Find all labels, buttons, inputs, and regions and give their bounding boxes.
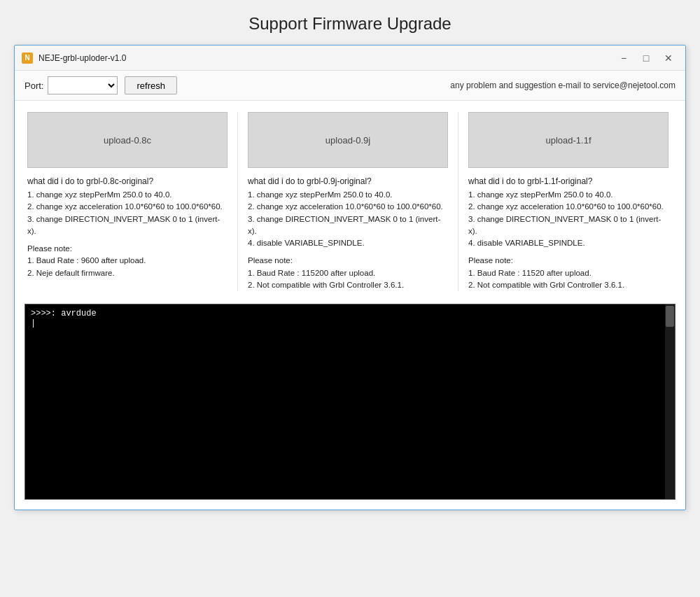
scrollbar-track[interactable]	[665, 304, 675, 499]
app-icon: N	[22, 52, 33, 64]
firmware-change-fw2-0: 1. change xyz stepPerMm 250.0 to 40.0.	[248, 189, 448, 201]
console-text: >>>>: avrdude |	[31, 309, 97, 328]
titlebar: N NEJE-grbl-uploder-v1.0 − □ ✕	[15, 45, 685, 71]
toolbar: Port: refresh any problem and suggestion…	[15, 71, 685, 101]
refresh-button[interactable]: refresh	[125, 76, 176, 94]
col-divider-1	[458, 112, 458, 291]
firmware-preview-label-fw1: upload-0.8c	[104, 135, 151, 146]
firmware-change-fw1-2: 3. change DIRECTION_INVERT_MASK 0 to 1 (…	[27, 213, 227, 238]
maximize-button[interactable]: □	[636, 51, 656, 65]
contact-info: any problem and suggestion e-mail to ser…	[450, 80, 676, 90]
firmware-col-fw1: upload-0.8cwhat did i do to grbl-0.8c-or…	[24, 112, 234, 291]
firmware-change-fw1-1: 2. change xyz acceleration 10.0*60*60 to…	[27, 201, 227, 213]
firmware-change-fw3-3: 4. disable VARIABLE_SPINDLE.	[468, 237, 668, 249]
firmware-note-title-fw3: Please note:	[468, 255, 668, 267]
firmware-notes-fw3: Please note:1. Baud Rate : 11520 after u…	[468, 255, 668, 291]
firmware-change-fw2-3: 4. disable VARIABLE_SPINDLE.	[248, 237, 448, 249]
firmware-preview-label-fw2: upload-0.9j	[326, 135, 370, 146]
firmware-note-fw3-0: 1. Baud Rate : 11520 after upload.	[468, 267, 668, 279]
firmware-notes-fw1: Please note:1. Baud Rate : 9600 after up…	[27, 243, 227, 279]
firmware-change-fw2-2: 3. change DIRECTION_INVERT_MASK 0 to 1 (…	[248, 213, 448, 238]
firmware-note-title-fw2: Please note:	[248, 255, 448, 267]
close-button[interactable]: ✕	[659, 51, 678, 65]
firmware-changes-title-fw1: what did i do to grbl-0.8c-original?	[27, 175, 227, 188]
firmware-changes-title-fw2: what did i do to grbl-0.9j-original?	[248, 175, 448, 188]
firmware-change-fw3-1: 2. change xyz acceleration 10.0*60*60 to…	[468, 201, 668, 213]
firmware-change-fw3-2: 3. change DIRECTION_INVERT_MASK 0 to 1 (…	[468, 213, 668, 238]
firmware-col-fw2: upload-0.9jwhat did i do to grbl-0.9j-or…	[241, 112, 455, 291]
firmware-info-fw3: what did i do to grbl-1.1f-original?1. c…	[468, 175, 668, 291]
firmware-section: upload-0.8cwhat did i do to grbl-0.8c-or…	[15, 101, 685, 298]
port-label: Port:	[24, 80, 43, 91]
firmware-upload-button-fw1[interactable]: upload-0.8c	[27, 112, 227, 168]
firmware-upload-button-fw3[interactable]: upload-1.1f	[468, 112, 668, 168]
firmware-preview-label-fw3: upload-1.1f	[545, 135, 591, 146]
firmware-info-fw1: what did i do to grbl-0.8c-original?1. c…	[27, 175, 227, 279]
minimize-button[interactable]: −	[614, 51, 634, 65]
firmware-notes-fw2: Please note:1. Baud Rate : 115200 after …	[248, 255, 448, 291]
scrollbar-thumb[interactable]	[666, 306, 674, 327]
firmware-change-fw3-0: 1. change xyz stepPerMm 250.0 to 40.0.	[468, 189, 668, 201]
port-select[interactable]	[48, 76, 118, 94]
window-title: NEJE-grbl-uploder-v1.0	[38, 53, 614, 63]
firmware-col-fw3: upload-1.1fwhat did i do to grbl-1.1f-or…	[461, 112, 676, 291]
firmware-note-fw2-0: 1. Baud Rate : 115200 after upload.	[248, 267, 448, 279]
application-window: N NEJE-grbl-uploder-v1.0 − □ ✕ Port: ref…	[14, 45, 686, 510]
firmware-note-fw1-0: 1. Baud Rate : 9600 after upload.	[27, 255, 227, 267]
firmware-note-fw3-1: 2. Not compatible with Grbl Controller 3…	[468, 279, 668, 291]
page-title: Support Firmware Upgrade	[248, 14, 451, 34]
console-output: >>>>: avrdude |	[24, 304, 676, 500]
firmware-change-fw2-1: 2. change xyz acceleration 10.0*60*60 to…	[248, 201, 448, 213]
firmware-upload-button-fw2[interactable]: upload-0.9j	[248, 112, 448, 168]
firmware-info-fw2: what did i do to grbl-0.9j-original?1. c…	[248, 175, 448, 291]
window-controls: − □ ✕	[614, 51, 678, 65]
firmware-note-fw2-1: 2. Not compatible with Grbl Controller 3…	[248, 279, 448, 291]
col-divider-0	[237, 112, 238, 291]
firmware-changes-title-fw3: what did i do to grbl-1.1f-original?	[468, 175, 668, 188]
firmware-note-title-fw1: Please note:	[27, 243, 227, 255]
firmware-note-fw1-1: 2. Neje default firmware.	[27, 267, 227, 279]
firmware-change-fw1-0: 1. change xyz stepPerMm 250.0 to 40.0.	[27, 189, 227, 201]
